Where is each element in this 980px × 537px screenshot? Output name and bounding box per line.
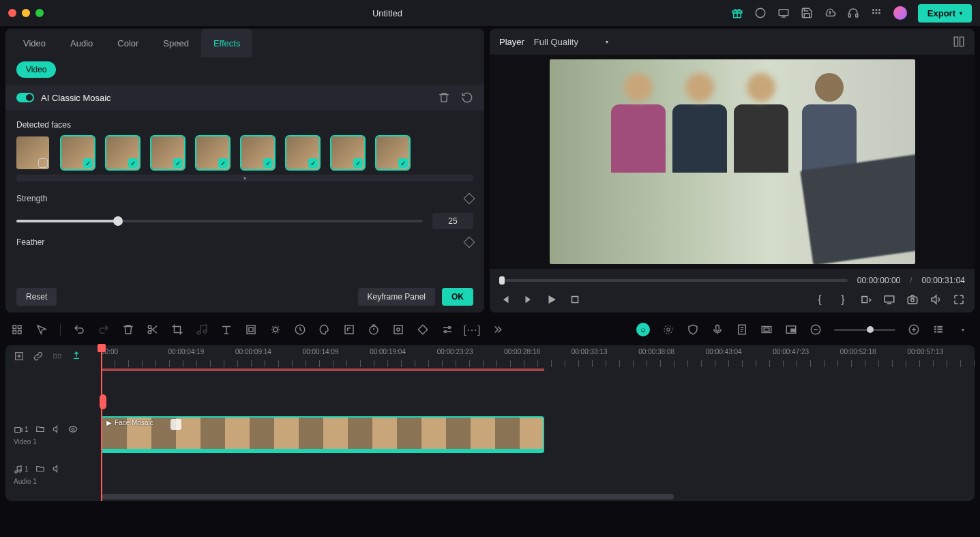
music-icon[interactable]: [196, 323, 208, 336]
folder-icon[interactable]: [35, 424, 45, 435]
list-view-icon[interactable]: [932, 323, 945, 336]
close-window[interactable]: [8, 9, 16, 17]
crop-icon[interactable]: [171, 323, 183, 336]
tab-speed[interactable]: Speed: [151, 29, 201, 57]
maximize-window[interactable]: [35, 9, 44, 17]
expand-faces-button[interactable]: ▾: [16, 175, 473, 182]
keyframe-icon[interactable]: [417, 323, 429, 336]
mute-icon[interactable]: [52, 424, 61, 435]
mute-icon[interactable]: [52, 464, 61, 475]
layout-grid-icon[interactable]: [953, 35, 965, 48]
reset-button[interactable]: Reset: [16, 288, 57, 306]
mark-in-icon[interactable]: {: [814, 293, 826, 306]
timer-icon[interactable]: [368, 323, 380, 336]
zoom-in-icon[interactable]: [908, 323, 920, 336]
delete-icon[interactable]: [122, 323, 134, 336]
aspect-icon[interactable]: [760, 323, 773, 336]
face-thumb-1[interactable]: ✓: [61, 136, 94, 169]
slider-thumb[interactable]: [113, 216, 123, 226]
zoom-out-icon[interactable]: [810, 323, 822, 336]
face-thumb-0[interactable]: [16, 136, 49, 169]
undo-icon[interactable]: [73, 323, 85, 336]
face-thumb-5[interactable]: ✓: [241, 136, 274, 169]
scrub-slider[interactable]: [499, 279, 848, 282]
tab-color[interactable]: Color: [105, 29, 151, 57]
cursor-icon[interactable]: [35, 323, 48, 336]
timeline-scrollbar[interactable]: [101, 494, 674, 499]
text-icon[interactable]: [220, 323, 233, 336]
keyframe-panel-button[interactable]: Keyframe Panel: [358, 288, 435, 306]
fullscreen-icon[interactable]: [953, 293, 965, 306]
prev-frame-button[interactable]: [499, 293, 511, 306]
face-thumb-3[interactable]: ✓: [151, 136, 184, 169]
tab-audio[interactable]: Audio: [58, 29, 105, 57]
video-clip[interactable]: ▶ Face Mosaic: [101, 416, 544, 453]
display-icon[interactable]: [777, 7, 790, 19]
frame-icon[interactable]: [245, 323, 257, 336]
marker-dropdown-icon[interactable]: [860, 293, 872, 306]
snapshot-icon[interactable]: [906, 293, 919, 306]
notes-icon[interactable]: [736, 323, 748, 336]
effect-toggle[interactable]: [16, 93, 34, 102]
apps-icon[interactable]: [870, 7, 882, 19]
face-thumb-4[interactable]: ✓: [196, 136, 229, 169]
face-thumb-7[interactable]: ✓: [331, 136, 364, 169]
scale-icon[interactable]: [343, 323, 355, 336]
preview-viewport[interactable]: [490, 55, 975, 269]
quality-select[interactable]: Full Quality ▾: [534, 37, 608, 47]
redo-icon[interactable]: [98, 323, 110, 336]
reset-effect-icon[interactable]: [461, 91, 473, 104]
color-picker-icon[interactable]: [269, 323, 282, 336]
minimize-window[interactable]: [22, 9, 30, 17]
shield-icon[interactable]: [687, 323, 699, 336]
dropdown-icon[interactable]: ▾: [957, 323, 969, 336]
tab-video[interactable]: Video: [11, 29, 58, 57]
face-thumb-6[interactable]: ✓: [286, 136, 319, 169]
adjust-icon[interactable]: [441, 323, 454, 336]
record-icon[interactable]: [754, 7, 767, 19]
avatar-icon[interactable]: [893, 6, 907, 20]
tab-effects[interactable]: Effects: [201, 29, 253, 57]
face-thumb-2[interactable]: ✓: [106, 136, 139, 169]
strength-slider[interactable]: [16, 220, 423, 222]
gift-icon[interactable]: [731, 7, 743, 19]
sparkle-icon[interactable]: [662, 323, 674, 336]
magnet-icon[interactable]: [11, 323, 23, 336]
strength-keyframe-icon[interactable]: [464, 193, 475, 205]
stop-button[interactable]: [569, 293, 581, 306]
add-track-icon[interactable]: [14, 351, 25, 362]
export-button[interactable]: Export ▾: [918, 4, 972, 23]
headphones-icon[interactable]: [847, 7, 859, 19]
cloud-icon[interactable]: [824, 7, 836, 19]
zoom-slider[interactable]: [834, 329, 895, 331]
speed-icon[interactable]: [294, 323, 306, 336]
playhead[interactable]: [101, 345, 102, 501]
detach-icon[interactable]: [883, 293, 895, 306]
next-frame-button[interactable]: [522, 293, 535, 306]
mic-icon[interactable]: [711, 323, 724, 336]
subtab-video[interactable]: Video: [16, 61, 56, 78]
save-icon[interactable]: [801, 7, 813, 19]
marker-tool-icon[interactable]: [71, 351, 82, 362]
track-icon[interactable]: [392, 323, 404, 336]
group-icon[interactable]: [52, 351, 63, 362]
mark-out-icon[interactable]: }: [837, 293, 849, 306]
zoom-thumb[interactable]: [867, 326, 874, 333]
face-thumb-8[interactable]: ✓: [376, 136, 409, 169]
delete-effect-icon[interactable]: [438, 91, 450, 104]
split-icon[interactable]: [147, 323, 159, 336]
scrub-thumb[interactable]: [499, 276, 505, 285]
ok-button[interactable]: OK: [442, 288, 473, 306]
link-icon[interactable]: [33, 351, 44, 362]
more-tools-icon[interactable]: [⋯]: [466, 323, 478, 336]
play-button[interactable]: [546, 293, 558, 306]
feather-keyframe-icon[interactable]: [464, 237, 475, 248]
palette-icon[interactable]: [318, 323, 331, 336]
overflow-icon[interactable]: [490, 323, 503, 336]
volume-icon[interactable]: [930, 293, 942, 306]
folder-icon[interactable]: [35, 464, 45, 475]
strength-value[interactable]: 25: [432, 213, 473, 229]
ai-badge-icon[interactable]: ☺: [636, 323, 650, 336]
visibility-icon[interactable]: [68, 424, 78, 435]
pip-icon[interactable]: [785, 323, 797, 336]
